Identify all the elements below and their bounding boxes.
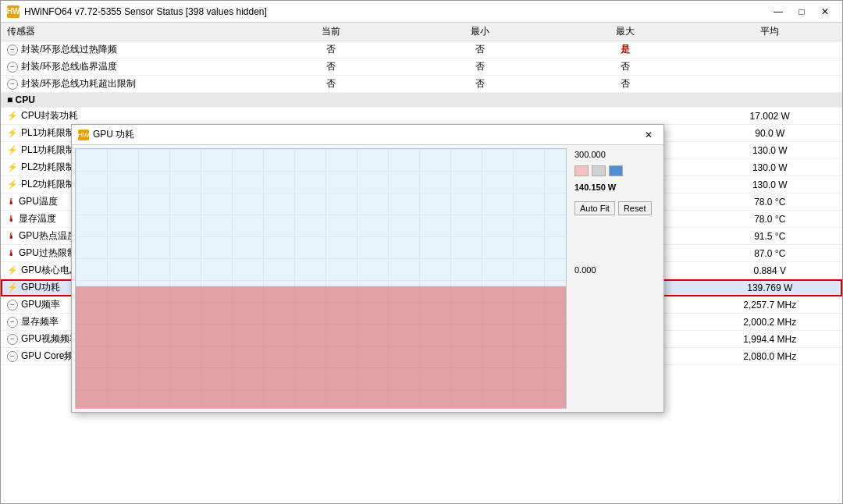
sensor-name-text: GPU视频频率 (21, 333, 79, 344)
col-header-max: 最大 (553, 23, 697, 41)
sensor-max (553, 108, 697, 125)
popup-close-button[interactable]: ✕ (640, 128, 657, 142)
sensor-avg: 91.5 °C (698, 228, 843, 245)
chart-current-value: 140.150 W (574, 183, 659, 192)
sensor-name-text: 显存温度 (19, 213, 56, 224)
popup-app-icon: HW (78, 130, 89, 140)
sensor-current: 否 (254, 41, 408, 59)
sensor-name-text: GPU热点温度 (19, 230, 76, 241)
title-bar-controls: — □ ✕ (767, 4, 836, 20)
sensor-avg: 130.0 W (698, 142, 843, 159)
svg-rect-4 (76, 286, 566, 408)
sensor-max: 否 (553, 76, 697, 93)
sensor-avg (698, 41, 843, 59)
bolt-icon: ⚡ (7, 179, 18, 190)
bolt-icon: ⚡ (7, 145, 18, 155)
bolt-icon: ⚡ (7, 265, 18, 275)
sensor-name: −封装/环形总线功耗超出限制 (1, 76, 254, 93)
sensor-min: 否 (408, 76, 553, 93)
sensor-name-text: 封装/环形总线过热降频 (21, 44, 117, 55)
sensor-name-text: GPU过热限制 (19, 247, 76, 258)
gpu-power-chart[interactable] (75, 148, 567, 409)
thermo-icon: 🌡 (7, 214, 16, 223)
close-button[interactable]: ✕ (814, 4, 836, 20)
minimize-button[interactable]: — (767, 4, 789, 20)
sensor-max: 否 (553, 59, 697, 76)
sensor-avg: 130.0 W (698, 159, 843, 176)
sensor-avg (698, 76, 843, 93)
bolt-icon: ⚡ (7, 162, 18, 172)
table-row: −封装/环形总线过热降频否否是 (1, 41, 842, 59)
table-row: −封装/环形总线临界温度否否否 (1, 59, 842, 76)
max-value-red: 是 (621, 44, 630, 55)
maximize-button[interactable]: □ (791, 4, 813, 20)
sensor-current (254, 108, 408, 125)
sensor-name: −封装/环形总线过热降频 (1, 41, 254, 59)
sensor-name-text: GPU频率 (21, 299, 60, 310)
section-header: ■ CPU (1, 93, 842, 108)
sensor-max: 是 (553, 41, 697, 59)
sensor-name-text: GPU温度 (19, 196, 58, 207)
bolt-icon: ⚡ (7, 282, 18, 293)
col-header-min: 最小 (408, 23, 553, 41)
sensor-avg: 2,080.0 MHz (698, 348, 843, 365)
thermo-icon: 🌡 (7, 231, 16, 240)
thermo-icon: 🌡 (7, 197, 16, 206)
sensor-name-text: 显存频率 (21, 316, 59, 327)
sensor-name-text: 封装/环形总线临界温度 (21, 61, 117, 72)
sensor-avg: 17.002 W (698, 108, 843, 125)
table-row: ⚡CPU封装功耗17.002 W (1, 108, 842, 125)
chart-color-boxes (574, 165, 659, 176)
popup-body: 300.000 140.150 W Auto Fit Reset 0.000 (72, 145, 663, 412)
app-icon: HW (7, 5, 20, 18)
sensor-name-text: PL1功耗限制 (21, 127, 75, 138)
sensor-name-text: GPU功耗 (21, 282, 60, 293)
minus-icon: − (7, 62, 18, 73)
popup-title-text: GPU 功耗 (93, 128, 134, 141)
sensor-min: 否 (408, 59, 553, 76)
sensor-avg: 130.0 W (698, 176, 843, 193)
color-box-1 (574, 165, 589, 176)
sensor-current: 否 (254, 76, 408, 93)
sensor-avg: 78.0 °C (698, 211, 843, 228)
title-bar: HW HWiNFO64 v7.72-5355 Sensor Status [39… (1, 1, 842, 23)
window-title: HWiNFO64 v7.72-5355 Sensor Status [398 v… (24, 6, 267, 17)
sensor-avg: 1,994.4 MHz (698, 331, 843, 348)
color-box-3 (609, 165, 623, 176)
sensor-name: ⚡CPU封装功耗 (1, 108, 254, 125)
sensor-avg: 2,257.7 MHz (698, 296, 843, 314)
sensor-avg: 87.0 °C (698, 245, 843, 262)
popup-title-left: HW GPU 功耗 (78, 128, 134, 141)
sensor-name-text: CPU封装功耗 (21, 110, 78, 121)
sensor-avg: 90.0 W (698, 125, 843, 142)
col-header-sensor: 传感器 (1, 23, 254, 41)
sensor-avg (698, 59, 843, 76)
minus-icon: − (7, 300, 18, 311)
table-row: −封装/环形总线功耗超出限制否否否 (1, 76, 842, 93)
sensor-name-text: PL2功耗限制 (21, 161, 75, 172)
popup-title-bar: HW GPU 功耗 ✕ (72, 125, 663, 145)
gpu-power-popup: HW GPU 功耗 ✕ (71, 124, 664, 413)
sensor-name: −封装/环形总线临界温度 (1, 59, 254, 76)
col-header-avg: 平均 (698, 23, 843, 41)
minus-icon: − (7, 79, 18, 90)
sensor-table-container: 传感器 当前 最小 最大 平均 −封装/环形总线过热降频否否是−封装/环形总线临… (1, 23, 842, 503)
title-bar-left: HW HWiNFO64 v7.72-5355 Sensor Status [39… (7, 5, 267, 18)
chart-scale-top: 300.000 (574, 150, 659, 159)
sensor-avg: 2,000.2 MHz (698, 314, 843, 331)
bolt-icon: ⚡ (7, 128, 18, 138)
sensor-min: 否 (408, 41, 553, 59)
sensor-avg: 139.769 W (698, 279, 843, 296)
auto-fit-button[interactable]: Auto Fit (574, 201, 615, 215)
minus-icon: − (7, 44, 18, 55)
chart-buttons: Auto Fit Reset (574, 201, 659, 215)
chart-grid-svg (76, 149, 566, 408)
thermo-icon: 🌡 (7, 248, 16, 257)
minus-icon: − (7, 334, 18, 345)
minus-icon: − (7, 351, 18, 362)
sensor-avg: 0.884 V (698, 262, 843, 279)
color-box-2 (592, 165, 606, 176)
bolt-icon: ⚡ (7, 111, 18, 121)
reset-button[interactable]: Reset (618, 201, 652, 215)
chart-right-panel: 300.000 140.150 W Auto Fit Reset 0.000 (570, 145, 663, 412)
